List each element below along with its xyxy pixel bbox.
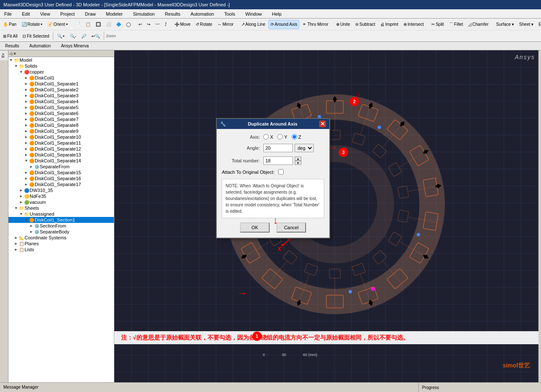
tree-expander-diskcoil1_sep2[interactable]: ► bbox=[24, 88, 29, 92]
dialog-title-bar[interactable]: 🔧 Duplicate Around Axis ✕ bbox=[217, 119, 329, 129]
stepper-down-button[interactable]: ▼ bbox=[295, 161, 301, 165]
mirror-button[interactable]: ↔ Mirror bbox=[215, 20, 235, 29]
tree-expander-diskcoil1_sep16[interactable]: ► bbox=[24, 176, 29, 181]
tree-item-diskcoil1_sep11[interactable]: ►🟠DiskCoil1_Separate11 bbox=[8, 140, 114, 146]
axis-x-radio-label[interactable]: X bbox=[263, 134, 273, 140]
icon-btn-2[interactable]: 📋 bbox=[83, 20, 93, 29]
tree-item-diskcoil1_sep8[interactable]: ►🟠DiskCoil1_Separate8 bbox=[8, 122, 114, 128]
tree-item-unassigned[interactable]: ▼📁Unassigned bbox=[8, 211, 114, 217]
angle-input[interactable] bbox=[263, 144, 293, 152]
tree-item-separateFrom[interactable]: ►⚙️SeparateFrom bbox=[8, 164, 114, 170]
tree-expander-diskcoil1_sep10[interactable]: ► bbox=[24, 135, 29, 139]
intersect-button[interactable]: ⊗ Intersect bbox=[401, 20, 426, 29]
attach-checkbox[interactable] bbox=[278, 169, 284, 175]
icon-btn-3[interactable]: 🔲 bbox=[94, 20, 103, 29]
tab-automation[interactable]: Automation bbox=[28, 43, 52, 49]
zoom-win-button[interactable]: 🔎 bbox=[79, 31, 88, 41]
menu-window[interactable]: Window bbox=[243, 11, 264, 17]
axis-y-radio[interactable] bbox=[277, 134, 283, 140]
menu-simulation[interactable]: Simulation bbox=[130, 11, 157, 17]
tree-item-solids[interactable]: ▼📁Solids bbox=[8, 63, 114, 69]
tree-expander-separateFrom[interactable]: ► bbox=[29, 164, 34, 169]
axis-z-radio-label[interactable]: Z bbox=[292, 134, 301, 140]
tree-expander-solids[interactable]: ▼ bbox=[14, 64, 19, 68]
tree-expander-diskcoil1_sep4[interactable]: ► bbox=[24, 99, 29, 104]
zoom-out-button[interactable]: 🔍- bbox=[68, 31, 78, 41]
icon-btn-6[interactable]: ◯ bbox=[124, 20, 133, 29]
sidebar-pin-btn[interactable]: ✕ bbox=[13, 52, 17, 56]
tree-expander-planes[interactable]: ► bbox=[14, 241, 19, 246]
tree-item-copper[interactable]: ▼🔴copper bbox=[8, 69, 114, 75]
tree-expander-dw310[interactable]: ► bbox=[19, 188, 24, 192]
rotate-tool-button[interactable]: ↺ Rotate bbox=[193, 20, 214, 29]
menu-file[interactable]: File bbox=[2, 11, 14, 17]
tree-item-sheets[interactable]: ▼📁Sheets bbox=[8, 205, 114, 211]
tree-expander-sheets[interactable]: ▼ bbox=[14, 206, 19, 210]
chamfer-button[interactable]: ◿ Chamfer bbox=[466, 20, 491, 29]
menu-draw[interactable]: Draw bbox=[83, 11, 99, 17]
tree-item-diskcoil1_sep17[interactable]: ►🟠DiskCoil1_Separate17 bbox=[8, 181, 114, 187]
tree-item-diskcoil1_sep10[interactable]: ►🟠DiskCoil1_Separate10 bbox=[8, 134, 114, 140]
axis-x-radio[interactable] bbox=[263, 134, 269, 140]
tree-expander-copper[interactable]: ▼ bbox=[19, 70, 24, 74]
fillet-button[interactable]: ⌒ Fillet bbox=[447, 20, 465, 29]
around-axis-button[interactable]: ⟳ Around Axis bbox=[268, 20, 299, 29]
tree-item-diskcoil1_sep14[interactable]: ▼🟠DiskCoil1_Separate14 bbox=[8, 158, 114, 164]
tree-item-diskcoil1_sep9[interactable]: ►🟠DiskCoil1_Separate9 bbox=[8, 128, 114, 134]
subtract-button[interactable]: ⊖ Subtract bbox=[353, 20, 377, 29]
zoom-in-button[interactable]: 🔍+ bbox=[55, 31, 67, 41]
menu-edit[interactable]: Edit bbox=[19, 11, 33, 17]
left-tab-ev[interactable]: Ev bbox=[0, 50, 8, 60]
tree-item-diskcoil1_sep15[interactable]: ►🟠DiskCoil1_Separate15 bbox=[8, 170, 114, 175]
tree-expander-diskcoil1_sep15[interactable]: ► bbox=[24, 170, 29, 175]
tree-item-ndfe35[interactable]: ►🟡NdFe35 bbox=[8, 193, 114, 199]
move-button[interactable]: ➕ Move bbox=[172, 20, 193, 29]
cancel-button[interactable]: Cancel bbox=[276, 222, 306, 233]
tree-expander-diskcoil1_sep11[interactable]: ► bbox=[24, 141, 29, 145]
tree-expander-sectionFrom[interactable]: ► bbox=[29, 224, 34, 228]
ok-button[interactable]: OK bbox=[240, 222, 270, 233]
tree-expander-coordSystems[interactable]: ► bbox=[14, 236, 19, 240]
tree-item-lists[interactable]: ►📋Lists bbox=[8, 247, 114, 252]
tree-expander-diskcoil1_sep17[interactable]: ► bbox=[24, 182, 29, 186]
stepper-up-button[interactable]: ▲ bbox=[295, 156, 301, 161]
tree-expander-diskcoil1[interactable]: ► bbox=[24, 76, 29, 80]
menu-automation[interactable]: Automation bbox=[188, 11, 217, 17]
tree-item-planes[interactable]: ►📋Planes bbox=[8, 241, 114, 247]
tree-expander-diskcoil1_section1[interactable]: ▼ bbox=[24, 218, 29, 222]
icon-btn-5[interactable]: 🔷 bbox=[114, 20, 123, 29]
tree-item-dw310[interactable]: ►🔵DW310_35 bbox=[8, 187, 114, 193]
tab-ansys-minerva[interactable]: Ansys Minerva bbox=[59, 43, 91, 49]
tree-item-diskcoil1_sep13[interactable]: ►🟠DiskCoil1_Separate13 bbox=[8, 152, 114, 158]
orient-button[interactable]: 🧭 Orient ▾ bbox=[45, 20, 69, 29]
tab-results[interactable]: Results bbox=[3, 43, 21, 49]
undo-zoom-button[interactable]: ↩🔍 bbox=[89, 31, 102, 41]
edge-button[interactable]: Edge ▾ bbox=[536, 20, 541, 29]
tree-expander-lists[interactable]: ► bbox=[14, 247, 19, 252]
tree-item-coordSystems[interactable]: ►📐Coordinate Systems bbox=[8, 235, 114, 241]
tree-item-separateBody[interactable]: ►⚙️SeparateBody bbox=[8, 229, 114, 235]
tree-expander-diskcoil1_sep7[interactable]: ► bbox=[24, 117, 29, 121]
tree-expander-ndfe35[interactable]: ► bbox=[19, 194, 24, 198]
tree-expander-diskcoil1_sep12[interactable]: ► bbox=[24, 147, 29, 151]
tree-item-diskcoil1_sep3[interactable]: ►🟠DiskCoil1_Separate3 bbox=[8, 93, 114, 99]
imprint-button[interactable]: 🖨 Imprint bbox=[378, 20, 400, 29]
split-button[interactable]: ✂ Split bbox=[429, 20, 446, 29]
tree-item-diskcoil1_sep7[interactable]: ►🟠DiskCoil1_Separate7 bbox=[8, 116, 114, 122]
tree-expander-diskcoil1_sep14[interactable]: ▼ bbox=[24, 159, 29, 163]
tree-item-diskcoil1_section1[interactable]: ▼🟠DiskCoil1_Section1 bbox=[8, 217, 114, 223]
menu-help[interactable]: Help bbox=[270, 11, 284, 17]
tree-item-vacuum[interactable]: ►🟢vacuum bbox=[8, 199, 114, 205]
tree-expander-diskcoil1_sep1[interactable]: ► bbox=[24, 82, 29, 86]
sheet-button[interactable]: Sheet ▾ bbox=[517, 20, 535, 29]
tree-item-diskcoil1_sep1[interactable]: ►🟠DiskCoil1_Separate1 bbox=[8, 81, 114, 87]
axis-y-radio-label[interactable]: Y bbox=[277, 134, 287, 140]
along-line-button[interactable]: ↗ Along Line bbox=[239, 20, 268, 29]
surface-button[interactable]: Surface ▾ bbox=[494, 20, 516, 29]
tree-item-model[interactable]: ▼📁Model bbox=[8, 57, 114, 63]
tree-expander-diskcoil1_sep5[interactable]: ► bbox=[24, 105, 29, 110]
tree-expander-separateBody[interactable]: ► bbox=[29, 230, 34, 234]
menu-view[interactable]: View bbox=[38, 11, 53, 17]
tree-expander-diskcoil1_sep3[interactable]: ► bbox=[24, 93, 29, 98]
icon-btn-8[interactable]: ↪ bbox=[145, 20, 152, 29]
